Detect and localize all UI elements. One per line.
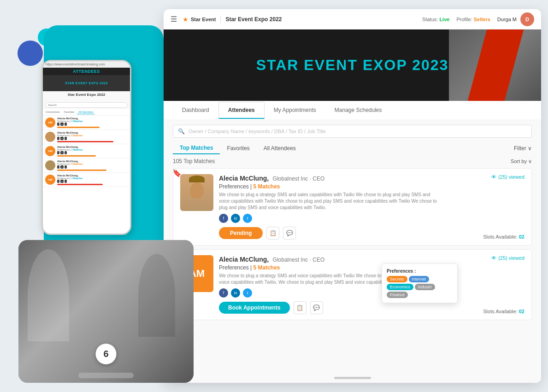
- nav-status-live: Live: [439, 17, 449, 22]
- phone-icon-fb: f: [57, 123, 59, 126]
- phone-match-bar: [57, 170, 106, 171]
- main-tab-bar: Dashboard Attendees My Appointments Mana…: [164, 101, 541, 120]
- card-description-1: We chose to plug a strategy SMS and sale…: [219, 192, 440, 211]
- linkedin-icon[interactable]: in: [231, 214, 240, 223]
- card-company-1: Globalnest Inc · CEO: [273, 176, 325, 182]
- phone-search-input[interactable]: [45, 102, 128, 108]
- phone-avatar-5: AM: [45, 175, 55, 185]
- nav-logo-text: Star Event: [191, 17, 216, 22]
- phone-tabs: Connections Favorites All Attendees: [43, 109, 130, 116]
- search-icon: 🔍: [178, 128, 185, 135]
- slots-number-2: 02: [519, 309, 524, 314]
- slots-info-2: Slots Available: 02: [483, 309, 524, 314]
- bottom-photo: 6: [18, 240, 194, 383]
- nav-logo: ★ Star Event: [183, 16, 221, 23]
- message-icon-2[interactable]: 💬: [310, 301, 323, 314]
- card-preferences-2: Preferences | 5 Matches: [219, 264, 524, 271]
- phone-icon-tw: t: [65, 123, 67, 126]
- nav-user-name: Durga M: [497, 17, 517, 22]
- eye-icon-2: 👁: [491, 255, 496, 261]
- photo-people: 6: [18, 240, 194, 383]
- phone-icon-tw: t: [65, 165, 67, 169]
- card-viewed-2: 👁 (25) viewed: [491, 255, 524, 261]
- pending-button[interactable]: Pending: [219, 227, 263, 239]
- card-matches-link-1[interactable]: 5 Matches: [253, 183, 280, 190]
- attendee-card-2: AM Alecia McClung, Globalnest Inc · CEO …: [173, 249, 532, 320]
- bookmark-icon-1[interactable]: 🔖: [172, 169, 182, 177]
- note-icon-2[interactable]: 📋: [294, 301, 306, 314]
- phone-icon-in: in: [60, 137, 64, 140]
- phone-tab-favorites[interactable]: Favorites: [63, 110, 76, 114]
- phone-list-item: Alecia McClung, Preferences | 5 Matches …: [43, 130, 130, 144]
- phone-avatar-1: AM: [45, 117, 55, 128]
- desktop-ui: ☰ ★ Star Event Star Event Expo 2022 Stat…: [164, 9, 541, 383]
- tooltip-tags: Secrets Internet Economics Industri Fina…: [387, 276, 453, 298]
- note-icon[interactable]: 📋: [266, 227, 279, 240]
- search-bar[interactable]: 🔍 Owner / Company Name / keywords / DBA …: [173, 125, 532, 138]
- bg-circle-blue: [18, 41, 43, 66]
- phone-icon-fb: f: [57, 151, 59, 154]
- tab-dashboard[interactable]: Dashboard: [173, 102, 218, 119]
- phone-icon-tw: t: [65, 180, 67, 183]
- phone-icon-fb: f: [57, 180, 59, 183]
- card-name-1: Alecia McClung, Globalnest Inc · CEO: [219, 174, 524, 182]
- photo-table-number: 6: [96, 344, 117, 364]
- event-banner: STAR EVENT EXOP 2023: [164, 29, 541, 101]
- phone-banner: STAR EVENT EXPO 2023: [43, 75, 130, 91]
- scrollbar[interactable]: [334, 377, 371, 379]
- phone-icon-in: in: [60, 123, 64, 126]
- card-preferences-1: Preferences | 5 Matches: [219, 183, 524, 190]
- twitter-icon[interactable]: t: [243, 214, 252, 223]
- phone-tab-connections[interactable]: Connections: [44, 110, 61, 114]
- avatar-face-1: [180, 174, 213, 211]
- phone-list-item: AM Alecia McClung, Preferences | 1 Match…: [43, 116, 130, 130]
- phone-icon-in: in: [60, 180, 64, 183]
- nav-profile-label: Profile: Sellers: [456, 17, 490, 22]
- star-logo-icon: ★: [183, 16, 189, 23]
- book-appointments-button[interactable]: Book Appointments: [219, 302, 290, 314]
- card-actions-1: Pending 📋 💬: [219, 227, 524, 240]
- content-area: 🔍 Owner / Company Name / keywords / DBA …: [164, 120, 541, 383]
- phone-list-item: AM Alecia McClung, Preferences | 1 Match…: [43, 144, 130, 158]
- phone-match-bar: [57, 127, 100, 128]
- facebook-icon-2[interactable]: f: [219, 288, 228, 298]
- matches-count: 105 Top Matches: [173, 158, 215, 164]
- card-social-1: f in t: [219, 214, 524, 223]
- sort-by-button[interactable]: Sort by ∨: [511, 158, 532, 164]
- eye-icon: 👁: [491, 174, 496, 180]
- tab-attendees[interactable]: Attendees: [218, 102, 265, 119]
- tab-manage-schedules[interactable]: Manage Schedules: [325, 102, 391, 119]
- phone-search[interactable]: [43, 98, 130, 109]
- sub-tab-top-matches[interactable]: Top Matches: [173, 142, 220, 154]
- facebook-icon[interactable]: f: [219, 214, 228, 223]
- card-matches-link-2[interactable]: 5 Matches: [253, 264, 280, 271]
- preferences-tooltip: Preferences : Secrets Internet Economics…: [382, 263, 458, 303]
- nav-user-avatar[interactable]: D: [520, 12, 534, 26]
- phone-avatar-3: AM: [45, 146, 55, 156]
- phone-icon-fb: f: [57, 165, 59, 169]
- tab-my-appointments[interactable]: My Appointments: [265, 102, 325, 119]
- sub-tabs: Top Matches Favorites All Attendees Filt…: [173, 142, 532, 154]
- slots-info-1: Slots Available: 02: [483, 234, 524, 240]
- sub-tab-all-attendees[interactable]: All Attendees: [257, 143, 303, 154]
- card-name-2: Alecia McClung, Globalnest Inc · CEO: [219, 255, 524, 263]
- filter-button[interactable]: Filter ∨: [514, 145, 532, 152]
- tag-finance: Finance: [387, 292, 408, 298]
- phone-banner-text: STAR EVENT EXPO 2023: [65, 82, 108, 85]
- phone-tab-all[interactable]: All Attendees: [77, 110, 94, 114]
- phone-list-item: AM Alecia McClung, Preferences | 1 Match…: [43, 173, 130, 187]
- sub-tab-favorites[interactable]: Favorites: [220, 143, 256, 154]
- phone-header-title: ATTENDEES: [43, 68, 130, 75]
- hamburger-icon[interactable]: ☰: [171, 15, 177, 23]
- message-icon[interactable]: 💬: [283, 227, 296, 240]
- linkedin-icon-2[interactable]: in: [231, 288, 240, 298]
- slots-number-1: 02: [519, 234, 524, 240]
- card-body-1: Alecia McClung, Globalnest Inc · CEO Pre…: [219, 174, 524, 240]
- phone-icon-fb: f: [57, 137, 59, 140]
- tag-secrets: Secrets: [387, 276, 407, 282]
- phone-attendees-title: Star Event Expo 2022: [43, 91, 130, 98]
- search-placeholder: Owner / Company Name / keywords / DBA / …: [189, 129, 326, 134]
- twitter-icon-2[interactable]: t: [243, 288, 252, 298]
- phone-icon-tw: t: [65, 151, 67, 154]
- nav-event-title: Star Event Expo 2022: [225, 16, 422, 23]
